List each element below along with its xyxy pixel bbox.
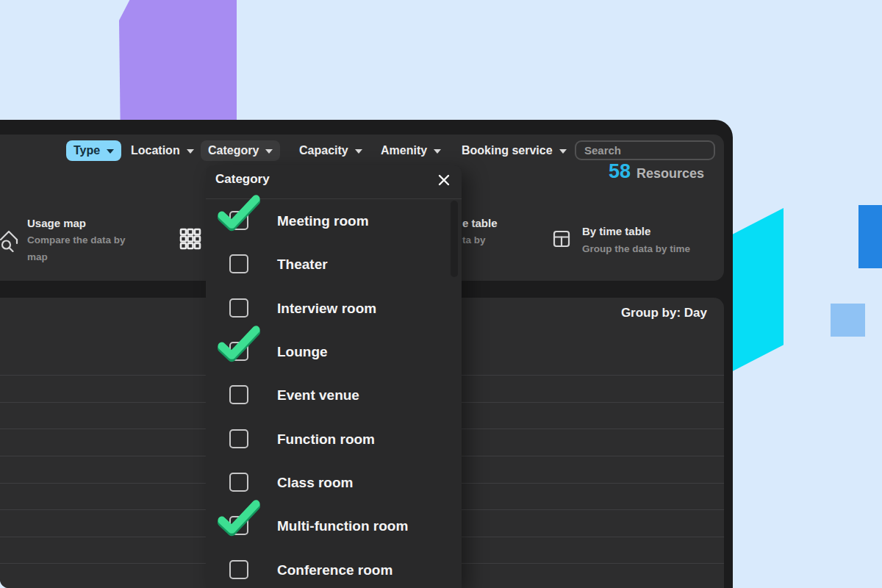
filter-chip-capacity[interactable]: Capacity xyxy=(292,140,370,161)
filter-chip-location[interactable]: Location xyxy=(123,140,201,161)
resources-label: Resources xyxy=(637,166,704,182)
map-search-icon xyxy=(0,229,19,252)
search-input[interactable] xyxy=(575,140,715,160)
group-by-label[interactable]: Group by: Day xyxy=(441,306,707,320)
dropdown-item-label: Event venue xyxy=(277,373,359,417)
filter-chip-category[interactable]: Category xyxy=(201,140,280,161)
card-usage-map-subtitle: Compare the data by map xyxy=(27,232,143,265)
chevron-down-icon xyxy=(187,149,194,154)
checkbox[interactable] xyxy=(229,560,248,579)
dropdown-item-label: Theater xyxy=(277,243,328,286)
dropdown-item-label: Multi-function room xyxy=(277,504,408,548)
dropdown-item-theater[interactable]: Theater xyxy=(206,243,462,286)
checkbox[interactable] xyxy=(229,473,248,492)
dropdown-item-label: Class room xyxy=(277,461,353,504)
chevron-down-icon xyxy=(265,149,273,154)
dropdown-item-event-venue[interactable]: Event venue xyxy=(206,373,462,417)
dropdown-item-label: Meeting room xyxy=(277,199,369,243)
resources-counter: 58 Resources xyxy=(609,160,704,183)
filter-chip-label: Category xyxy=(208,144,259,157)
dropdown-item-meeting-room[interactable]: Meeting room xyxy=(206,199,462,243)
dropdown-title: Category xyxy=(215,172,270,187)
purple-decoration xyxy=(119,0,237,120)
filter-chip-booking-service[interactable]: Booking service xyxy=(454,140,574,161)
check-icon xyxy=(216,193,262,234)
chevron-down-icon xyxy=(434,149,441,154)
chevron-down-icon xyxy=(355,149,362,154)
card-by-time-table-subtitle: Group the data by time xyxy=(582,241,690,258)
dropdown-item-conference-room[interactable]: Conference room xyxy=(206,548,462,588)
filter-chip-label: Location xyxy=(131,144,180,157)
filter-chip-amenity[interactable]: Amenity xyxy=(373,140,448,161)
dropdown-item-label: Conference room xyxy=(277,548,392,588)
checkbox[interactable] xyxy=(229,298,248,318)
filter-chip-label: Amenity xyxy=(381,144,427,157)
card-by-time-table-title[interactable]: By time table xyxy=(582,225,650,237)
filter-chip-label: Type xyxy=(74,144,100,157)
category-dropdown-panel: Category Meeting room Theater Interview … xyxy=(206,165,462,588)
checkbox[interactable] xyxy=(229,429,248,448)
table-icon xyxy=(553,230,570,248)
dropdown-item-multi-function-room[interactable]: Multi-function room xyxy=(206,504,462,548)
check-icon xyxy=(216,498,262,539)
filter-chip-label: Capacity xyxy=(299,144,348,157)
grid-icon[interactable] xyxy=(179,228,201,250)
dropdown-item-label: Function room xyxy=(277,417,375,461)
dropdown-item-function-room[interactable]: Function room xyxy=(206,417,462,461)
close-icon[interactable] xyxy=(437,173,451,187)
filter-chip-type[interactable]: Type xyxy=(66,140,121,161)
filter-chip-label: Booking service xyxy=(462,144,553,157)
checkbox[interactable] xyxy=(229,385,248,404)
card-usage-map-title[interactable]: Usage map xyxy=(27,217,86,229)
chevron-down-icon xyxy=(559,149,567,154)
dropdown-scrollbar-thumb[interactable] xyxy=(451,201,458,277)
card-partial-subtitle-fragment: ta by xyxy=(462,232,486,249)
blue-decoration xyxy=(858,205,882,268)
check-icon xyxy=(216,324,262,365)
card-partial-title-fragment: e table xyxy=(462,217,498,229)
dropdown-item-lounge[interactable]: Lounge xyxy=(206,330,462,373)
dropdown-item-label: Interview room xyxy=(277,287,376,330)
checkbox[interactable] xyxy=(229,254,248,273)
resources-count: 58 xyxy=(609,160,631,183)
app-window: Type Location Category Capacity Amenity … xyxy=(0,0,882,588)
lightblue-decoration xyxy=(831,304,865,337)
dropdown-item-label: Lounge xyxy=(277,330,328,373)
chevron-down-icon xyxy=(107,149,114,154)
